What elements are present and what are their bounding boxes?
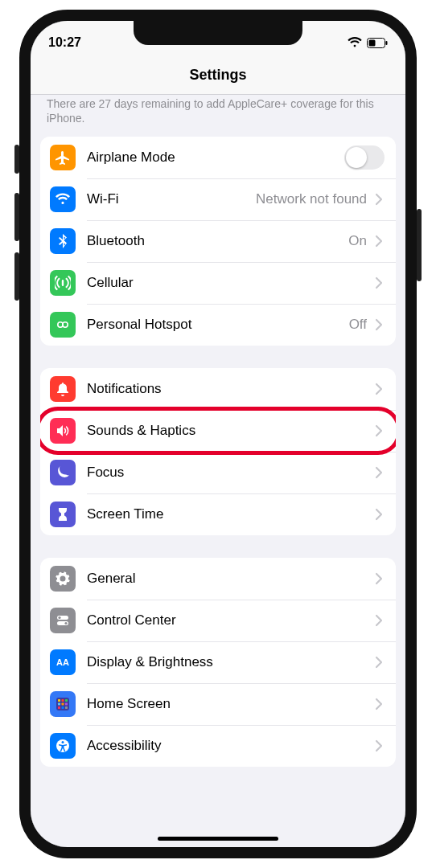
settings-row-bluetooth[interactable]: BluetoothOn bbox=[40, 220, 396, 262]
chevron-right-icon bbox=[373, 235, 385, 248]
row-label: Display & Brightness bbox=[87, 654, 373, 670]
row-label: Sounds & Haptics bbox=[87, 423, 373, 439]
row-value: Off bbox=[349, 317, 367, 333]
settings-group: Airplane ModeWi-FiNetwork not foundBluet… bbox=[40, 137, 396, 346]
bell-icon bbox=[50, 376, 76, 402]
settings-row-notifications[interactable]: Notifications bbox=[40, 368, 396, 410]
settings-row-personal-hotspot[interactable]: Personal HotspotOff bbox=[40, 304, 396, 346]
home-indicator[interactable] bbox=[158, 837, 278, 841]
settings-row-accessibility[interactable]: Accessibility bbox=[40, 725, 396, 767]
svg-rect-16 bbox=[65, 703, 68, 706]
accessibility-icon bbox=[50, 733, 76, 759]
cellular-icon bbox=[50, 270, 76, 296]
status-time: 10:27 bbox=[48, 35, 81, 50]
settings-row-home-screen[interactable]: Home Screen bbox=[40, 683, 396, 725]
svg-rect-13 bbox=[65, 699, 68, 702]
settings-row-sounds-haptics[interactable]: Sounds & Haptics bbox=[40, 410, 396, 452]
hotspot-icon bbox=[50, 312, 76, 338]
speaker-icon bbox=[50, 418, 76, 444]
settings-scroll[interactable]: There are 27 days remaining to add Apple… bbox=[31, 95, 405, 847]
chevron-right-icon bbox=[373, 466, 385, 479]
chevron-right-icon bbox=[373, 276, 385, 289]
applecare-info-text: There are 27 days remaining to add Apple… bbox=[31, 95, 405, 137]
row-label: Bluetooth bbox=[87, 233, 348, 249]
moon-icon bbox=[50, 460, 76, 485]
chevron-right-icon bbox=[373, 572, 385, 585]
svg-rect-12 bbox=[62, 699, 64, 702]
settings-group: NotificationsSounds & HapticsFocusScreen… bbox=[40, 368, 396, 535]
svg-point-21 bbox=[62, 741, 64, 743]
svg-text:AA: AA bbox=[56, 657, 69, 667]
bluetooth-icon bbox=[50, 228, 76, 254]
notch bbox=[134, 21, 302, 45]
row-label: Focus bbox=[87, 465, 373, 481]
hourglass-icon bbox=[50, 502, 76, 527]
chevron-right-icon bbox=[373, 656, 385, 669]
svg-point-8 bbox=[64, 622, 67, 624]
row-value: Network not found bbox=[256, 191, 367, 207]
svg-rect-1 bbox=[369, 39, 376, 46]
navbar: Settings bbox=[31, 56, 405, 95]
settings-row-wi-fi[interactable]: Wi-FiNetwork not found bbox=[40, 178, 396, 220]
row-label: Airplane Mode bbox=[87, 149, 344, 166]
svg-rect-11 bbox=[58, 699, 60, 702]
navbar-title: Settings bbox=[189, 67, 246, 84]
chevron-right-icon bbox=[373, 739, 385, 752]
settings-group: GeneralControl CenterAADisplay & Brightn… bbox=[40, 558, 396, 767]
svg-point-6 bbox=[58, 616, 60, 619]
chevron-right-icon bbox=[373, 424, 385, 437]
row-label: Accessibility bbox=[87, 738, 373, 754]
settings-row-focus[interactable]: Focus bbox=[40, 452, 396, 493]
battery-status-icon bbox=[367, 38, 388, 48]
svg-rect-2 bbox=[386, 41, 388, 45]
row-value: On bbox=[348, 233, 367, 249]
chevron-right-icon bbox=[373, 614, 385, 627]
row-label: Control Center bbox=[87, 612, 373, 628]
row-label: Cellular bbox=[87, 275, 373, 291]
row-label: Personal Hotspot bbox=[87, 317, 349, 333]
chevron-right-icon bbox=[373, 698, 385, 710]
airplane-mode-toggle[interactable] bbox=[344, 145, 385, 170]
chevron-right-icon bbox=[373, 193, 385, 206]
row-label: Home Screen bbox=[87, 696, 373, 712]
svg-rect-15 bbox=[62, 703, 64, 706]
aa-icon: AA bbox=[50, 649, 76, 675]
row-label: Wi-Fi bbox=[87, 191, 256, 207]
settings-row-screen-time[interactable]: Screen Time bbox=[40, 493, 396, 535]
svg-rect-19 bbox=[65, 706, 68, 709]
grid-icon bbox=[50, 691, 76, 717]
svg-rect-17 bbox=[58, 706, 60, 709]
chevron-right-icon bbox=[373, 318, 385, 331]
svg-rect-14 bbox=[58, 703, 60, 706]
settings-row-airplane-mode[interactable]: Airplane Mode bbox=[40, 137, 396, 178]
wifi-status-icon bbox=[348, 37, 362, 48]
settings-row-display-brightness[interactable]: AADisplay & Brightness bbox=[40, 641, 396, 683]
row-label: General bbox=[87, 571, 373, 587]
chevron-right-icon bbox=[373, 508, 385, 521]
phone-screen: 10:27 Settings There are 27 days remaini… bbox=[19, 10, 417, 858]
airplane-icon bbox=[50, 145, 76, 170]
wifi-icon bbox=[50, 186, 76, 212]
svg-rect-18 bbox=[62, 706, 64, 709]
chevron-right-icon bbox=[373, 383, 385, 395]
row-label: Notifications bbox=[87, 381, 373, 397]
row-label: Screen Time bbox=[87, 506, 373, 522]
settings-row-general[interactable]: General bbox=[40, 558, 396, 600]
gear-icon bbox=[50, 566, 76, 592]
switches-icon bbox=[50, 608, 76, 633]
settings-row-control-center[interactable]: Control Center bbox=[40, 600, 396, 641]
power-button bbox=[417, 209, 422, 281]
settings-row-cellular[interactable]: Cellular bbox=[40, 262, 396, 304]
